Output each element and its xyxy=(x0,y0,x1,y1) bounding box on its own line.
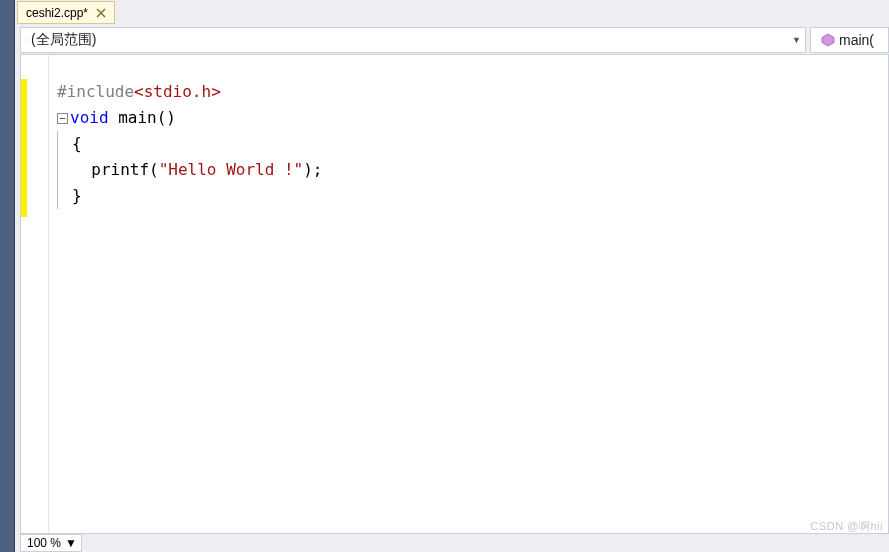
modification-indicator xyxy=(21,79,27,217)
code-area[interactable]: #include<stdio.h> −void main() { printf(… xyxy=(49,55,888,533)
code-text: main() xyxy=(109,108,176,127)
watermark: CSDN @啊hii xyxy=(811,519,883,534)
editor-gutter xyxy=(21,55,49,533)
code-string: "Hello World !" xyxy=(159,160,304,179)
code-text: printf( xyxy=(72,160,159,179)
zoom-dropdown[interactable]: 100 % ▼ xyxy=(20,534,82,552)
code-editor[interactable]: #include<stdio.h> −void main() { printf(… xyxy=(20,54,889,534)
chevron-down-icon: ▼ xyxy=(792,35,801,45)
code-text: } xyxy=(72,186,82,205)
function-dropdown[interactable]: main( xyxy=(810,27,889,53)
svg-marker-2 xyxy=(822,34,834,46)
function-dropdown-label: main( xyxy=(839,32,874,48)
zoom-label: 100 % xyxy=(27,536,61,550)
navigation-bar: (全局范围) ▼ main( xyxy=(20,27,889,53)
left-panel-edge xyxy=(0,0,15,552)
close-icon[interactable] xyxy=(94,6,108,20)
outline-guide xyxy=(57,183,68,209)
scope-dropdown[interactable]: (全局范围) ▼ xyxy=(20,27,806,53)
code-keyword: void xyxy=(70,108,109,127)
code-directive: #include xyxy=(57,82,134,101)
file-tab-label: ceshi2.cpp* xyxy=(26,6,88,20)
chevron-down-icon: ▼ xyxy=(65,536,77,550)
status-bar: 100 % ▼ xyxy=(20,534,82,552)
outline-guide xyxy=(57,157,68,183)
tab-strip: ceshi2.cpp* xyxy=(15,0,889,24)
code-text: { xyxy=(72,134,82,153)
method-icon xyxy=(821,33,835,47)
outline-collapse-icon[interactable]: − xyxy=(57,113,68,124)
code-header: <stdio.h> xyxy=(134,82,221,101)
scope-dropdown-label: (全局范围) xyxy=(31,31,96,49)
code-text: ); xyxy=(303,160,322,179)
outline-guide xyxy=(57,131,68,157)
file-tab[interactable]: ceshi2.cpp* xyxy=(17,1,115,24)
